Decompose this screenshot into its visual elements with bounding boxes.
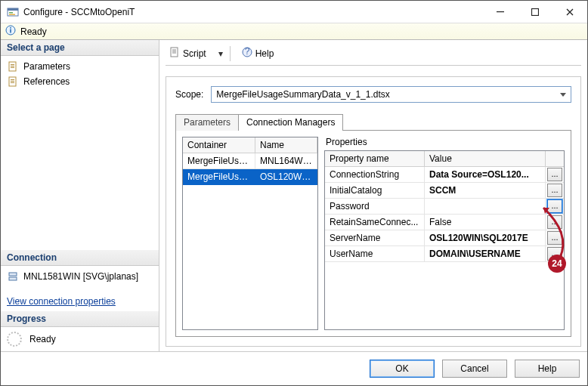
titlebar: Configure - SCCMtoOpeniT <box>1 1 587 23</box>
properties-grid: Property name Value ConnectionStringData… <box>324 150 565 330</box>
connection-managers-grid[interactable]: Container Name MergeFileUsag... MNL164WI… <box>182 137 318 330</box>
property-value[interactable]: False <box>425 215 546 230</box>
ellipsis-button[interactable]: ... <box>547 231 562 245</box>
property-ellipsis-cell: ... <box>546 199 564 215</box>
progress-header: Progress <box>1 311 159 327</box>
ellipsis-button[interactable]: ... <box>547 199 562 213</box>
property-value[interactable]: SCCM <box>425 183 546 199</box>
ready-text: Ready <box>20 26 47 37</box>
tab-connection-managers[interactable]: Connection Managers <box>238 114 343 131</box>
sidebar-item-label: Parameters <box>23 61 70 72</box>
property-name: RetainSameConnec... <box>325 215 425 230</box>
connection-server-text: MNL1581WIN [SVG\jplanas] <box>23 271 138 282</box>
help-icon: ? <box>242 47 252 60</box>
conn-grid-header-container[interactable]: Container <box>183 137 255 153</box>
conn-grid-header-name[interactable]: Name <box>255 137 317 153</box>
tab-parameters[interactable]: Parameters <box>175 114 239 131</box>
svg-rect-18 <box>9 277 17 280</box>
svg-rect-16 <box>11 82 14 83</box>
conn-grid-row[interactable]: MergeFileUsag... OSL120WIN... <box>183 169 317 185</box>
prop-header-name[interactable]: Property name <box>325 151 425 167</box>
property-name: ConnectionString <box>325 167 425 183</box>
ok-button[interactable]: OK <box>370 360 435 378</box>
property-name: ServerName <box>325 230 425 246</box>
connection-header: Connection <box>1 250 159 266</box>
maximize-button[interactable] <box>518 1 552 23</box>
svg-rect-5 <box>532 8 539 15</box>
svg-rect-1 <box>8 8 18 11</box>
toolbar: Script ▾ ? Help <box>166 45 581 66</box>
svg-rect-11 <box>11 66 14 66</box>
ellipsis-button[interactable]: ... <box>547 184 562 197</box>
sidebar: Select a page Parameters References Conn… <box>1 40 159 351</box>
progress-row: Ready <box>1 327 159 351</box>
script-label: Script <box>183 48 206 59</box>
scope-label: Scope: <box>175 89 203 100</box>
ellipsis-button[interactable]: ... <box>547 168 562 181</box>
toolbar-divider <box>230 46 231 61</box>
cancel-button[interactable]: Cancel <box>442 360 507 378</box>
main-panel: Script ▾ ? Help Scope: MergeFileUsageSum… <box>159 40 587 351</box>
minimize-button[interactable] <box>483 1 518 23</box>
svg-text:?: ? <box>244 47 249 57</box>
sidebar-item-parameters[interactable]: Parameters <box>5 59 154 74</box>
progress-text: Ready <box>29 334 56 344</box>
svg-rect-17 <box>9 273 17 276</box>
property-ellipsis-cell: ... <box>546 167 564 183</box>
property-value[interactable]: OSL120WIN\SQL2017E <box>425 230 546 246</box>
ellipsis-button[interactable]: ... <box>547 215 562 229</box>
help-toolbar-button[interactable]: ? Help <box>238 45 278 62</box>
property-value[interactable]: DOMAIN\USERNAME <box>425 246 546 262</box>
property-row[interactable]: UserNameDOMAIN\USERNAME... <box>325 246 564 262</box>
script-dropdown[interactable]: ▾ <box>215 46 222 61</box>
script-button[interactable]: Script <box>166 45 210 62</box>
tab-panel-connection-managers: Container Name MergeFileUsag... MNL164WI… <box>175 130 571 337</box>
dialog-footer: OK Cancel Help <box>1 351 587 385</box>
property-row[interactable]: Password... <box>325 199 564 215</box>
svg-rect-4 <box>497 11 504 12</box>
properties-title: Properties <box>326 137 565 147</box>
connection-server: MNL1581WIN [SVG\jplanas] <box>5 269 154 284</box>
progress-spinner-icon <box>7 332 22 347</box>
tabs: Parameters Connection Managers <box>175 113 571 130</box>
window-title: Configure - SCCMtoOpeniT <box>23 7 483 17</box>
help-button[interactable]: Help <box>515 360 580 378</box>
scope-value: MergeFileUsageSummaryData_v_1_1.dtsx <box>216 89 389 100</box>
property-row[interactable]: InitialCatalogSCCM... <box>325 183 564 199</box>
svg-rect-12 <box>11 67 14 68</box>
property-value[interactable] <box>425 199 546 215</box>
sidebar-item-label: References <box>23 76 70 87</box>
property-ellipsis-cell: ... <box>546 215 564 230</box>
property-name: Password <box>325 199 425 215</box>
info-icon <box>5 25 16 38</box>
sidebar-item-references[interactable]: References <box>5 74 154 89</box>
property-ellipsis-cell: ... <box>546 183 564 199</box>
scope-select[interactable]: MergeFileUsageSummaryData_v_1_1.dtsx <box>211 86 571 103</box>
svg-rect-7 <box>10 29 11 33</box>
property-ellipsis-cell: ... <box>546 230 564 246</box>
property-row[interactable]: ConnectionStringData Source=OSL120...... <box>325 167 564 183</box>
close-button[interactable] <box>552 1 587 23</box>
svg-rect-3 <box>9 14 15 15</box>
property-name: UserName <box>325 246 425 262</box>
callout-badge: 24 <box>548 255 566 273</box>
window-buttons <box>483 1 587 23</box>
svg-rect-19 <box>171 48 178 57</box>
property-row[interactable]: ServerNameOSL120WIN\SQL2017E... <box>325 230 564 246</box>
svg-rect-10 <box>11 64 14 65</box>
help-label: Help <box>255 48 274 59</box>
select-page-header: Select a page <box>1 40 159 56</box>
page-icon <box>7 60 19 73</box>
svg-rect-14 <box>11 79 14 80</box>
view-connection-properties-link[interactable]: View connection properties <box>1 292 122 311</box>
property-row[interactable]: RetainSameConnec...False... <box>325 215 564 230</box>
svg-rect-8 <box>10 27 11 29</box>
page-icon <box>7 76 19 88</box>
prop-header-value[interactable]: Value <box>425 151 546 167</box>
prop-header-spacer <box>546 151 564 167</box>
property-value[interactable]: Data Source=OSL120... <box>425 167 546 183</box>
conn-grid-row[interactable]: MergeFileUsag... MNL164WIN... <box>183 153 317 169</box>
property-name: InitialCatalog <box>325 183 425 199</box>
dialog-window: Configure - SCCMtoOpeniT Ready Select a … <box>0 0 588 386</box>
svg-rect-2 <box>9 12 13 14</box>
